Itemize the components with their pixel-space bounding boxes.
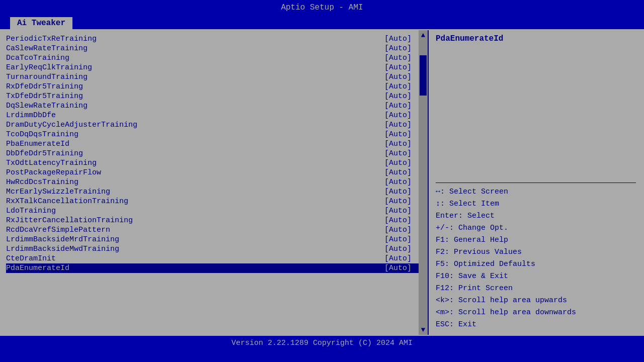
menu-item-value: [Auto] xyxy=(384,121,412,129)
menu-row[interactable]: McrEarlySwizzleTraining[Auto] xyxy=(6,187,423,197)
menu-row[interactable]: TxOdtLatencyTraining[Auto] xyxy=(6,158,423,168)
menu-row[interactable]: CaSlewRateTraining[Auto] xyxy=(6,44,423,53)
menu-item-name: HwRcdDcsTraining xyxy=(6,178,78,187)
menu-row[interactable]: RcdDcaVrefSimplePattern[Auto] xyxy=(6,225,423,235)
left-panel: PeriodicTxReTraining[Auto]CaSlewRateTrai… xyxy=(1,30,429,335)
header-title: Aptio Setup - AMI xyxy=(281,3,363,12)
menu-row[interactable]: PeriodicTxReTraining[Auto] xyxy=(6,34,423,44)
menu-item-value: [Auto] xyxy=(384,54,412,62)
shortcut-line: F5: Optimized Defaults xyxy=(436,258,636,270)
scrollbar[interactable]: ▲ ▼ xyxy=(419,30,428,335)
menu-row[interactable]: RxJitterCancellationTraining[Auto] xyxy=(6,216,423,225)
menu-item-name: PostPackageRepairFlow xyxy=(6,168,101,177)
menu-row[interactable]: TurnaroundTraining[Auto] xyxy=(6,72,423,82)
menu-item-value: [Auto] xyxy=(384,188,412,196)
menu-item-value: [Auto] xyxy=(384,140,412,148)
menu-row[interactable]: LdoTraining[Auto] xyxy=(6,206,423,216)
menu-row[interactable]: TcoDqDqsTraining[Auto] xyxy=(6,130,423,139)
menu-item-value: [Auto] xyxy=(384,168,412,177)
scroll-thumb[interactable] xyxy=(420,55,427,96)
shortcut-line: <k>: Scroll help area upwards xyxy=(436,295,636,307)
menu-item-name: PbaEnumerateId xyxy=(6,140,69,148)
menu-item-name: LrdimmBacksideMwdTraining xyxy=(6,245,119,253)
menu-item-name: CaSlewRateTraining xyxy=(6,44,88,53)
shortcut-line: +/-: Change Opt. xyxy=(436,222,636,234)
menu-row[interactable]: HwRcdDcsTraining[Auto] xyxy=(6,177,423,187)
menu-item-value: [Auto] xyxy=(384,216,412,225)
menu-row[interactable]: DramDutyCycleAdjusterTraining[Auto] xyxy=(6,120,423,130)
tab-bar: Ai Tweaker xyxy=(0,15,644,29)
menu-item-value: [Auto] xyxy=(384,111,412,120)
menu-row[interactable]: PbaEnumerateId[Auto] xyxy=(6,139,423,149)
menu-item-name: LrdimmBacksideMrdTraining xyxy=(6,235,119,244)
menu-item-value: [Auto] xyxy=(384,130,412,139)
menu-item-value: [Auto] xyxy=(384,159,412,167)
menu-row[interactable]: LrdimmDbDfe[Auto] xyxy=(6,111,423,120)
menu-item-value: [Auto] xyxy=(384,82,412,91)
shortcut-line: F1: General Help xyxy=(436,234,636,246)
shortcut-line: <m>: Scroll help area downwards xyxy=(436,307,636,319)
shortcut-line: ↕: Select Item xyxy=(436,198,636,210)
shortcut-line: ESC: Exit xyxy=(436,319,636,331)
menu-item-name: TxDfeDdr5Training xyxy=(6,92,83,101)
menu-row[interactable]: EarlyReqClkTraining[Auto] xyxy=(6,63,423,72)
menu-row[interactable]: LrdimmBacksideMrdTraining[Auto] xyxy=(6,235,423,244)
menu-item-value: [Auto] xyxy=(384,73,412,81)
menu-row[interactable]: PdaEnumerateId[Auto] xyxy=(6,263,423,273)
menu-item-name: PdaEnumerateId xyxy=(6,264,69,273)
menu-item-name: TurnaroundTraining xyxy=(6,73,88,81)
menu-item-name: McrEarlySwizzleTraining xyxy=(6,188,110,196)
menu-item-value: [Auto] xyxy=(384,254,412,263)
menu-item-value: [Auto] xyxy=(384,44,412,53)
menu-item-name: LrdimmDbDfe xyxy=(6,111,56,120)
menu-item-value: [Auto] xyxy=(384,245,412,253)
menu-row[interactable]: RxXTalkCancellationTraining[Auto] xyxy=(6,197,423,206)
header: Aptio Setup - AMI xyxy=(0,0,644,15)
menu-item-value: [Auto] xyxy=(384,35,412,43)
scroll-up-arrow[interactable]: ▲ xyxy=(420,30,426,40)
footer-text: Version 2.22.1289 Copyright (C) 2024 AMI xyxy=(231,339,413,347)
help-content xyxy=(436,46,636,179)
menu-row[interactable]: DcaTcoTraining[Auto] xyxy=(6,53,423,63)
shortcut-line: F12: Print Screen xyxy=(436,283,636,295)
menu-item-name: EarlyReqClkTraining xyxy=(6,63,92,72)
shortcut-line: ↔: Select Screen xyxy=(436,186,636,198)
menu-item-name: RxDfeDdr5Training xyxy=(6,82,83,91)
menu-item-value: [Auto] xyxy=(384,149,412,158)
divider xyxy=(436,183,636,183)
menu-item-value: [Auto] xyxy=(384,226,412,234)
ai-tweaker-tab[interactable]: Ai Tweaker xyxy=(10,17,72,29)
menu-row[interactable]: LrdimmBacksideMwdTraining[Auto] xyxy=(6,244,423,254)
menu-item-name: RxXTalkCancellationTraining xyxy=(6,197,128,206)
menu-row[interactable]: DqSlewRateTraining[Auto] xyxy=(6,101,423,111)
menu-item-value: [Auto] xyxy=(384,92,412,101)
menu-item-name: RxJitterCancellationTraining xyxy=(6,216,133,225)
menu-item-name: TcoDqDqsTraining xyxy=(6,130,78,139)
menu-item-name: PeriodicTxReTraining xyxy=(6,35,97,43)
menu-item-value: [Auto] xyxy=(384,235,412,244)
right-panel: PdaEnumerateId ↔: Select Screen↕: Select… xyxy=(429,30,643,335)
menu-item-name: DbDfeDdr5Training xyxy=(6,149,83,158)
menu-item-value: [Auto] xyxy=(384,197,412,206)
menu-item-value: [Auto] xyxy=(384,178,412,187)
menu-list: PeriodicTxReTraining[Auto]CaSlewRateTrai… xyxy=(6,34,423,273)
menu-item-value: [Auto] xyxy=(384,207,412,215)
shortcut-line: Enter: Select xyxy=(436,210,636,222)
menu-item-name: TxOdtLatencyTraining xyxy=(6,159,97,167)
menu-row[interactable]: RxDfeDdr5Training[Auto] xyxy=(6,82,423,92)
help-title: PdaEnumerateId xyxy=(436,34,636,43)
scroll-down-arrow[interactable]: ▼ xyxy=(420,325,426,335)
menu-row[interactable]: TxDfeDdr5Training[Auto] xyxy=(6,92,423,101)
menu-row[interactable]: PostPackageRepairFlow[Auto] xyxy=(6,168,423,177)
menu-row[interactable]: CteDramInit[Auto] xyxy=(6,254,423,263)
menu-row[interactable]: DbDfeDdr5Training[Auto] xyxy=(6,149,423,158)
shortcut-line: F2: Previous Values xyxy=(436,246,636,258)
menu-item-name: DcaTcoTraining xyxy=(6,54,69,62)
menu-item-value: [Auto] xyxy=(384,264,412,273)
menu-item-value: [Auto] xyxy=(384,63,412,72)
menu-item-name: LdoTraining xyxy=(6,207,56,215)
footer: Version 2.22.1289 Copyright (C) 2024 AMI xyxy=(0,336,644,351)
menu-item-name: DqSlewRateTraining xyxy=(6,102,88,110)
shortcut-line: F10: Save & Exit xyxy=(436,270,636,283)
menu-item-name: RcdDcaVrefSimplePattern xyxy=(6,226,110,234)
